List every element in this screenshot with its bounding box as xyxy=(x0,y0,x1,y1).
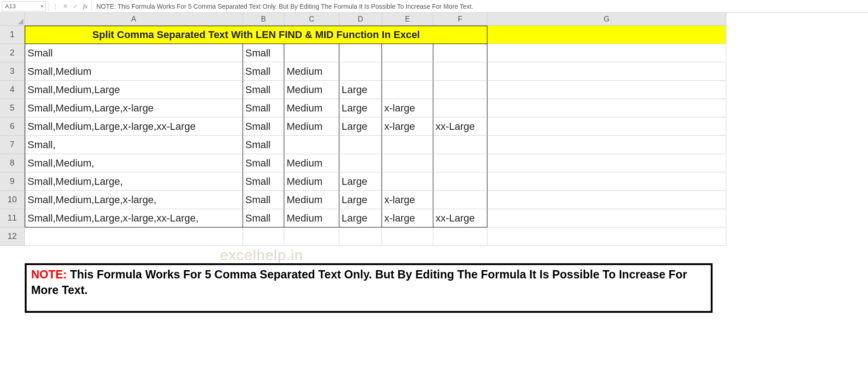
cell[interactable]: Medium xyxy=(284,154,339,172)
cell[interactable]: Small xyxy=(243,172,284,191)
cell[interactable]: Large xyxy=(339,81,382,99)
cell[interactable]: Large xyxy=(339,172,382,191)
cell[interactable] xyxy=(487,227,726,246)
cell[interactable]: Small,Medium xyxy=(25,62,243,81)
col-header-G[interactable]: G xyxy=(487,13,726,26)
name-box[interactable]: A13 ▼ xyxy=(2,1,46,11)
cell[interactable]: Small, xyxy=(25,136,243,154)
cell[interactable] xyxy=(433,62,487,81)
cell[interactable] xyxy=(433,136,487,154)
cell[interactable] xyxy=(339,44,382,62)
row-header-12[interactable]: 12 xyxy=(0,227,25,246)
row-header-9[interactable]: 9 xyxy=(0,172,25,191)
cell[interactable]: x-large xyxy=(382,209,433,227)
cell[interactable] xyxy=(487,99,726,117)
cell[interactable] xyxy=(487,44,726,62)
cell[interactable]: xx-Large xyxy=(433,209,487,227)
cell[interactable] xyxy=(433,172,487,191)
enter-icon[interactable]: ✓ xyxy=(70,1,80,11)
cell[interactable]: Medium xyxy=(284,117,339,136)
cell[interactable] xyxy=(382,136,433,154)
row-header-1[interactable]: 1 xyxy=(0,26,25,44)
cell[interactable] xyxy=(382,62,433,81)
cell[interactable] xyxy=(433,99,487,117)
cell[interactable] xyxy=(382,154,433,172)
cell[interactable] xyxy=(487,172,726,191)
cell[interactable] xyxy=(382,81,433,99)
cell[interactable]: Small xyxy=(243,136,284,154)
cell[interactable]: Large xyxy=(339,209,382,227)
row-header-4[interactable]: 4 xyxy=(0,81,25,99)
cell[interactable] xyxy=(487,191,726,209)
col-header-C[interactable]: C xyxy=(284,13,339,26)
fb-options-icon[interactable]: ⋮ xyxy=(50,1,60,11)
row-header-8[interactable]: 8 xyxy=(0,154,25,172)
cell[interactable] xyxy=(284,227,339,246)
cell[interactable]: Medium xyxy=(284,209,339,227)
cell[interactable] xyxy=(487,209,726,227)
row-header-7[interactable]: 7 xyxy=(0,136,25,154)
cell[interactable]: Small xyxy=(243,62,284,81)
cell[interactable] xyxy=(382,172,433,191)
cell[interactable] xyxy=(487,26,726,44)
cell[interactable]: x-large xyxy=(382,99,433,117)
title-cell[interactable]: Split Comma Separated Text With LEN FIND… xyxy=(25,26,487,44)
cell[interactable]: Large xyxy=(339,117,382,136)
cell[interactable] xyxy=(25,227,243,246)
cell[interactable] xyxy=(433,44,487,62)
cell[interactable]: Small xyxy=(243,81,284,99)
col-header-A[interactable]: A xyxy=(25,13,243,26)
cell[interactable]: Small xyxy=(243,99,284,117)
cell[interactable] xyxy=(243,227,284,246)
cell[interactable] xyxy=(339,136,382,154)
cell[interactable]: Large xyxy=(339,191,382,209)
cell[interactable]: Large xyxy=(339,99,382,117)
cell[interactable] xyxy=(382,44,433,62)
fx-icon[interactable]: fx xyxy=(80,1,90,11)
cell[interactable] xyxy=(433,227,487,246)
row-header-5[interactable]: 5 xyxy=(0,99,25,117)
col-header-E[interactable]: E xyxy=(382,13,433,26)
cell[interactable]: xx-Large xyxy=(433,117,487,136)
row-header-2[interactable]: 2 xyxy=(0,44,25,62)
cell[interactable]: Small,Medium,Large,x-large xyxy=(25,99,243,117)
formula-input[interactable] xyxy=(93,1,868,11)
cell[interactable]: Medium xyxy=(284,99,339,117)
cell[interactable] xyxy=(284,136,339,154)
cell[interactable] xyxy=(382,227,433,246)
cell[interactable]: Medium xyxy=(284,62,339,81)
cell[interactable]: Small xyxy=(243,154,284,172)
cancel-icon[interactable]: ✕ xyxy=(60,1,70,11)
name-box-dropdown-icon[interactable]: ▼ xyxy=(40,4,44,9)
cell[interactable]: Medium xyxy=(284,172,339,191)
cell[interactable]: Small,Medium,Large,x-large,xx-Large xyxy=(25,117,243,136)
cell[interactable]: Small xyxy=(25,44,243,62)
cell[interactable]: Small,Medium,Large xyxy=(25,81,243,99)
select-all-corner[interactable] xyxy=(0,13,25,26)
cell[interactable] xyxy=(284,44,339,62)
cell[interactable]: Small xyxy=(243,44,284,62)
row-header-11[interactable]: 11 xyxy=(0,209,25,227)
col-header-F[interactable]: F xyxy=(433,13,487,26)
cell[interactable]: Medium xyxy=(284,191,339,209)
cell[interactable] xyxy=(487,81,726,99)
cell[interactable]: Small xyxy=(243,209,284,227)
cell[interactable]: Small,Medium,Large,x-large,xx-Large, xyxy=(25,209,243,227)
cell[interactable]: Small xyxy=(243,191,284,209)
cell[interactable]: Small,Medium,Large, xyxy=(25,172,243,191)
cell[interactable] xyxy=(487,136,726,154)
col-header-B[interactable]: B xyxy=(243,13,284,26)
cell[interactable]: Small,Medium, xyxy=(25,154,243,172)
cell[interactable] xyxy=(339,62,382,81)
cell[interactable] xyxy=(433,81,487,99)
cell[interactable] xyxy=(433,154,487,172)
cell[interactable] xyxy=(433,191,487,209)
row-header-10[interactable]: 10 xyxy=(0,191,25,209)
cell[interactable]: Small xyxy=(243,117,284,136)
cell[interactable]: x-large xyxy=(382,191,433,209)
cell[interactable]: x-large xyxy=(382,117,433,136)
cell[interactable]: Small,Medium,Large,x-large, xyxy=(25,191,243,209)
cell[interactable]: Medium xyxy=(284,81,339,99)
cell[interactable] xyxy=(487,62,726,81)
cell[interactable] xyxy=(487,117,726,136)
